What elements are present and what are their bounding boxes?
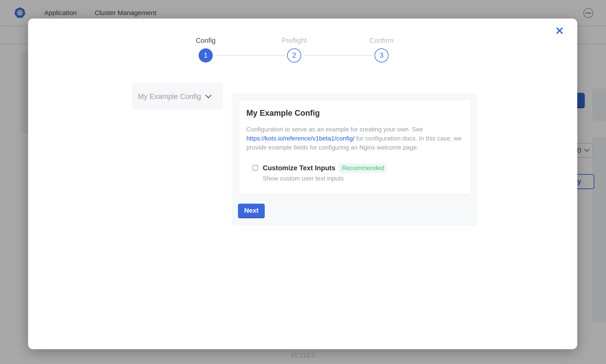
step-connector-1	[215, 55, 285, 56]
config-nav-group-dropdown[interactable]: My Example Config	[132, 83, 223, 110]
step-connector-2	[303, 55, 373, 56]
customize-text-inputs-row: Customize Text Inputs Recommended Show c…	[253, 163, 387, 182]
checkbox-text-block: Customize Text Inputs Recommended Show c…	[263, 163, 387, 182]
kots-admin-console: Application Cluster Management 0	[0, 0, 606, 364]
customize-text-inputs-checkbox[interactable]	[253, 165, 258, 170]
config-panel: My Example Config Configuration to serve…	[232, 93, 478, 226]
step-circle-confirm[interactable]: 3	[374, 48, 389, 63]
checkbox-label-row: Customize Text Inputs Recommended	[263, 163, 387, 173]
config-group-title: My Example Config	[246, 108, 320, 118]
recommended-badge: Recommended	[339, 163, 387, 173]
step-circle-preflight[interactable]: 2	[287, 48, 301, 63]
description-text-before: Configuration to serve as an example for…	[246, 126, 423, 133]
step-label-confirm: Confirm	[346, 37, 417, 45]
step-label-preflight: Preflight	[259, 37, 330, 45]
config-wizard-modal: Config Preflight Confirm 1 2 3 My Exampl…	[28, 19, 577, 349]
config-group-card: My Example Config Configuration to serve…	[239, 100, 471, 194]
config-nav-group-label: My Example Config	[138, 92, 201, 101]
close-icon	[556, 27, 564, 35]
step-circle-config[interactable]: 1	[199, 48, 213, 63]
checkbox-label[interactable]: Customize Text Inputs	[263, 164, 335, 172]
checkbox-help-text: Show custom user text inputs	[263, 175, 387, 182]
chevron-down-icon	[205, 94, 212, 99]
config-doc-link[interactable]: https://kots.io/reference/v1beta1/config…	[246, 135, 355, 142]
close-button[interactable]	[554, 25, 565, 36]
step-label-config: Config	[170, 37, 241, 45]
config-group-description: Configuration to serve as an example for…	[246, 125, 464, 152]
next-button[interactable]: Next	[238, 204, 265, 218]
